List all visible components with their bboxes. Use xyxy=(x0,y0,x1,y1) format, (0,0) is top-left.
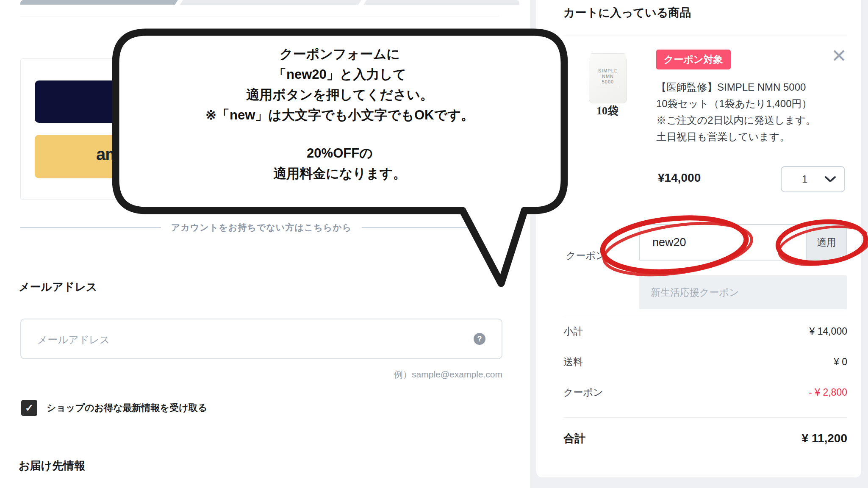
login-button[interactable] xyxy=(35,80,484,123)
email-section-heading: メールアドレス xyxy=(19,280,97,294)
newsletter-optin-row: ✓ ショップのお得な最新情報を受け取る xyxy=(21,400,207,416)
remove-item-icon[interactable]: ✕ xyxy=(831,47,847,65)
quantity-value: 1 xyxy=(802,173,807,185)
login-card xyxy=(20,58,503,200)
total-label: 合計 xyxy=(563,431,585,446)
help-icon[interactable]: ? xyxy=(474,333,485,345)
summary-value-discount: - ¥ 2,800 xyxy=(809,387,847,398)
newsletter-label: ショップのお得な最新情報を受け取る xyxy=(47,402,207,414)
product-name-line: 【医師監修】SIMPLE NMN 5000 xyxy=(656,79,834,95)
account-divider: アカウントをお持ちでない方はこちらから xyxy=(20,220,502,235)
email-field-placeholder: メールアドレス xyxy=(37,333,110,347)
product-name: 【医師監修】SIMPLE NMN 5000 10袋セット（1袋あたり1,400円… xyxy=(656,79,834,145)
cart-divider xyxy=(563,207,847,207)
product-name-line: 土日祝日も営業しています。 xyxy=(656,128,834,145)
stepper-segment xyxy=(363,0,519,5)
quantity-select[interactable]: 1 xyxy=(781,166,845,192)
stepper-segment xyxy=(180,0,361,5)
product-image-text: NMN xyxy=(589,74,627,79)
summary-label: クーポン xyxy=(563,386,603,399)
product-name-line: ※ご注文の2日以内に発送します。 xyxy=(656,112,834,128)
amazon-pay-label: amazon pay xyxy=(96,145,189,164)
summary-row-coupon: クーポン - ¥ 2,800 xyxy=(563,384,847,401)
newsletter-checkbox[interactable]: ✓ xyxy=(21,400,37,416)
summary-row-total: 合計 ¥ 11,200 xyxy=(563,429,847,448)
coupon-eligible-badge: クーポン対象 xyxy=(656,50,731,69)
product-image-text: SIMPLE xyxy=(589,68,627,74)
summary-label: 小計 xyxy=(563,325,583,338)
cart-divider xyxy=(563,317,847,317)
coupon-hint-box: 新生活応援クーポン xyxy=(639,275,847,309)
summary-value: ¥ 0 xyxy=(834,356,847,368)
stepper-segment-active xyxy=(20,0,178,5)
product-image-text: 5000 xyxy=(589,79,627,85)
amazon-pay-button[interactable]: amazon pay xyxy=(35,135,484,178)
product-name-line: 10袋セット（1袋あたり1,400円） xyxy=(656,95,834,112)
summary-value: ¥ 14,000 xyxy=(809,326,847,337)
shipping-section-heading: お届け先情報 xyxy=(19,458,85,473)
chevron-down-icon xyxy=(825,176,836,183)
checkout-page: amazon pay アカウントをお持ちでない方はこちらから メールアドレス メ… xyxy=(0,0,868,488)
summary-row-subtotal: 小計 ¥ 14,000 xyxy=(563,323,847,340)
cart-divider xyxy=(563,417,847,418)
coupon-form: 適用 xyxy=(639,224,847,261)
cart-divider xyxy=(563,36,847,36)
total-value: ¥ 11,200 xyxy=(802,432,847,445)
coupon-input[interactable] xyxy=(640,225,806,260)
cart-title: カートに入っている商品 xyxy=(563,5,691,20)
checkout-stepper xyxy=(20,0,499,5)
summary-label: 送料 xyxy=(563,355,583,369)
product-image: SIMPLE NMN 5000 xyxy=(589,53,627,103)
coupon-label: クーポン xyxy=(566,249,606,262)
summary-row-shipping: 送料 ¥ 0 xyxy=(563,353,847,370)
product-price: ¥14,000 xyxy=(658,171,701,185)
coupon-apply-button[interactable]: 適用 xyxy=(806,225,846,260)
product-image-caption: 10袋 xyxy=(585,103,630,118)
divider-line xyxy=(20,227,161,228)
no-account-link[interactable]: アカウントをお持ちでない方はこちらから xyxy=(171,222,352,233)
divider-line xyxy=(362,227,502,228)
stepper-underline xyxy=(20,16,499,17)
email-example-hint: 例）sample@example.com xyxy=(20,369,502,380)
